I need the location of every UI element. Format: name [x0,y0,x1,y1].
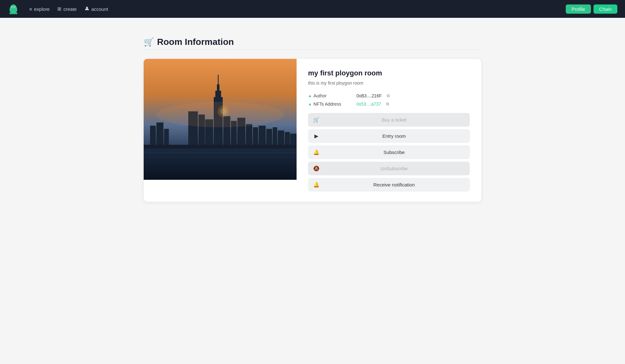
author-copy-icon[interactable]: ⧉ [387,93,390,98]
subscribe-icon: 🔔 [313,149,320,155]
nfts-address-link[interactable]: 0x53....a737 [356,102,381,107]
unsubscribe-label: UnSubscribe [323,166,465,171]
svg-point-36 [220,108,226,115]
svg-point-4 [12,7,12,8]
nav-explore[interactable]: ≡ explore [29,6,50,12]
room-meta: ▲ Author 0xB3....216F ⧉ ▲ NFTs Address 0… [308,93,470,107]
nav-explore-label: explore [34,6,50,12]
room-description: this is my first ploygon room [308,80,470,86]
nav-account[interactable]: account [84,6,108,12]
svg-rect-17 [217,84,219,92]
receive-notification-icon: 🔔 [313,182,320,188]
explore-icon: ≡ [29,6,32,12]
room-card: my first ploygon room this is my first p… [144,59,481,202]
nav-account-label: account [91,6,108,12]
entry-room-button[interactable]: ▶ Entry room [308,129,470,143]
chain-button[interactable]: Chain [593,4,617,14]
nfts-copy-icon[interactable]: ⧉ [386,102,389,107]
author-value: 0xB3....216F [356,93,382,98]
buy-ticket-icon: 🛒 [313,117,320,123]
room-image [144,59,297,180]
room-name: my first ploygon room [308,69,470,77]
author-icon: ▲ [308,94,312,98]
entry-room-label: Entry room [323,133,465,139]
page-content: 🛒 Room Information [137,18,488,214]
entry-room-icon: ▶ [313,133,320,139]
receive-notification-label: Receive notification [323,182,465,187]
subscribe-label: Subscribe [323,150,465,155]
page-title-section: 🛒 Room Information [144,37,481,47]
navbar: ≡ explore ⊞ create account Profile Chain [0,0,625,18]
nav-right: Profile Chain [566,4,617,14]
receive-notification-button[interactable]: 🔔 Receive notification [308,178,470,192]
buy-ticket-button[interactable]: 🛒 Buy a ticket [308,113,470,127]
cart-icon: 🛒 [144,37,154,47]
create-icon: ⊞ [57,6,61,12]
author-row: ▲ Author 0xB3....216F ⧉ [308,93,470,98]
account-icon [84,6,90,12]
room-info: my first ploygon room this is my first p… [297,59,481,202]
svg-rect-25 [246,124,252,148]
author-label: ▲ Author [308,93,353,98]
svg-rect-33 [144,145,297,149]
svg-rect-13 [156,122,163,148]
nfts-label: ▲ NFTs Address [308,102,353,107]
svg-point-5 [14,7,15,8]
subscribe-button[interactable]: 🔔 Subscribe [308,145,470,159]
action-buttons: 🛒 Buy a ticket ▶ Entry room 🔔 Subscribe … [308,113,470,192]
nav-items: ≡ explore ⊞ create account [29,6,566,12]
unsubscribe-button[interactable]: 🔕 UnSubscribe [308,162,470,175]
unsubscribe-icon: 🔕 [313,165,320,172]
profile-button[interactable]: Profile [566,4,591,14]
nfts-row: ▲ NFTs Address 0x53....a737 ⧉ [308,102,470,107]
buy-ticket-label: Buy a ticket [323,117,465,122]
svg-rect-27 [259,126,266,148]
nfts-icon: ▲ [308,102,312,106]
divider [144,50,481,50]
nav-create-label: create [63,6,77,12]
nav-create[interactable]: ⊞ create [57,6,77,12]
svg-rect-12 [150,126,156,148]
page-title: Room Information [157,37,234,47]
svg-point-1 [10,4,17,11]
logo[interactable] [8,3,19,15]
